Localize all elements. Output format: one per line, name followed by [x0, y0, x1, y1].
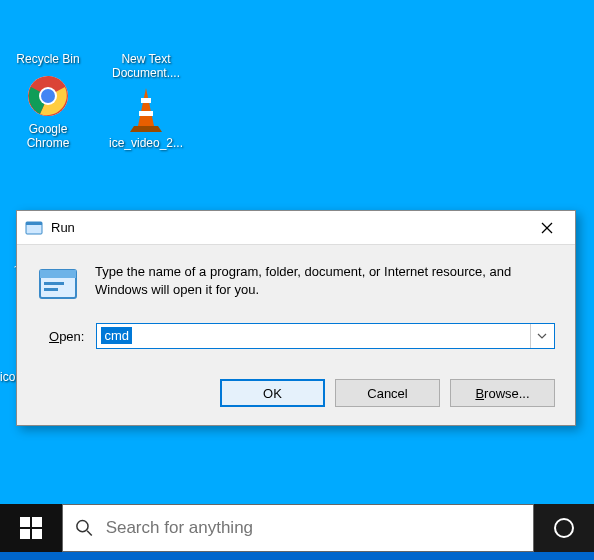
chrome-icon — [24, 72, 72, 120]
svg-rect-17 — [32, 517, 42, 527]
svg-marker-7 — [130, 126, 162, 132]
desktop-icon-label: Google Chrome — [8, 122, 88, 150]
desktop-icon-recycle-bin[interactable]: Recycle Bin — [8, 0, 88, 66]
svg-rect-13 — [40, 270, 76, 278]
chevron-down-icon — [537, 333, 547, 339]
desktop-icon-label: ice_video_2... — [109, 136, 183, 150]
open-label: Open: — [49, 329, 84, 344]
run-title-icon — [25, 219, 43, 237]
recycle-bin-icon — [24, 2, 72, 50]
ok-button[interactable]: OK — [220, 379, 325, 407]
desktop-icons-area: Recycle Bin Google Chrome — [8, 0, 186, 150]
search-icon — [75, 518, 94, 538]
cortana-circle-icon — [552, 516, 576, 540]
svg-rect-14 — [44, 282, 64, 285]
desktop-icon-label: New Text Document.... — [106, 52, 186, 80]
svg-rect-19 — [32, 529, 42, 539]
svg-rect-5 — [141, 98, 151, 103]
svg-rect-9 — [26, 222, 42, 225]
open-dropdown-button[interactable] — [530, 324, 552, 348]
open-input[interactable] — [97, 327, 530, 346]
taskbar-search-input[interactable] — [106, 518, 521, 538]
run-title: Run — [51, 220, 527, 235]
svg-point-3 — [41, 89, 55, 103]
desktop-icon-ice-video[interactable]: ice_video_2... — [106, 84, 186, 150]
run-titlebar[interactable]: Run — [17, 211, 575, 245]
bottom-accent-strip — [0, 552, 594, 560]
svg-point-20 — [77, 521, 88, 532]
run-dialog: Run Type the name of a program, folder, … — [16, 210, 576, 426]
svg-rect-16 — [20, 517, 30, 527]
taskbar — [0, 504, 594, 552]
windows-logo-icon — [20, 517, 42, 539]
browse-button[interactable]: Browse... — [450, 379, 555, 407]
open-combobox[interactable]: cmd — [96, 323, 555, 349]
start-button[interactable] — [0, 504, 62, 552]
svg-rect-15 — [44, 288, 58, 291]
svg-line-21 — [87, 531, 92, 536]
open-input-selection: cmd — [101, 327, 132, 344]
run-description: Type the name of a program, folder, docu… — [95, 263, 555, 305]
desktop-icon-google-chrome[interactable]: Google Chrome — [8, 70, 88, 150]
cancel-button[interactable]: Cancel — [335, 379, 440, 407]
svg-marker-4 — [138, 88, 154, 126]
cortana-button[interactable] — [534, 504, 594, 552]
svg-rect-18 — [20, 529, 30, 539]
desktop-icon-label: Recycle Bin — [16, 52, 79, 66]
svg-rect-6 — [139, 111, 153, 116]
text-document-icon — [122, 2, 170, 50]
close-icon — [541, 222, 553, 234]
svg-point-22 — [555, 519, 573, 537]
partial-desktop-icon: ico — [0, 370, 15, 384]
desktop-icon-new-text-doc[interactable]: New Text Document.... — [106, 0, 186, 80]
taskbar-search[interactable] — [62, 504, 534, 552]
run-program-icon — [37, 263, 79, 305]
vlc-cone-icon — [122, 86, 170, 134]
close-button[interactable] — [527, 214, 567, 242]
